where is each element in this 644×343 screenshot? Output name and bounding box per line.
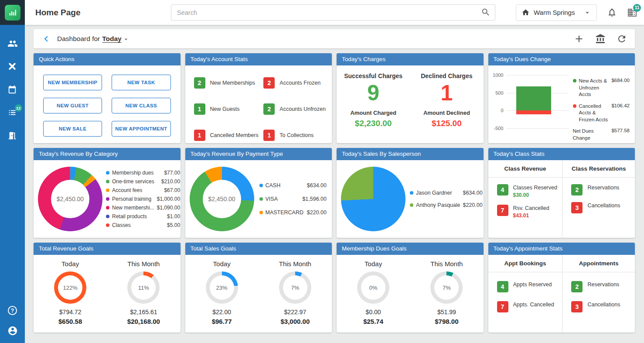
legend-item: New Accts & Unfrozen Accts $684.00 bbox=[573, 78, 630, 98]
search-icon[interactable] bbox=[481, 7, 491, 19]
category-legend: Membership dues$77.00 One-time services$… bbox=[102, 170, 180, 228]
app-logo[interactable] bbox=[0, 0, 25, 25]
stat-label: New Memberships bbox=[210, 80, 256, 86]
progress-percent: 7% bbox=[283, 275, 307, 300]
revenue-payment-body: $2,450.00 CASH$634.00 VISA$1,596.00 MAST… bbox=[185, 160, 332, 238]
stat-label: Cancellations bbox=[587, 301, 620, 308]
sidebar-item-facility[interactable] bbox=[7, 131, 18, 141]
help-icon[interactable]: ? bbox=[8, 306, 17, 315]
card-sales-goals: Total Sales Goals Today 23% $22.00 $96.7… bbox=[185, 243, 332, 333]
count-badge: 3 bbox=[571, 202, 583, 213]
new-sale-button[interactable]: NEW SALE bbox=[43, 121, 102, 137]
bank-button[interactable] bbox=[594, 33, 607, 45]
sidebar-nav: 12 bbox=[7, 38, 18, 141]
location-label: Warm Springs bbox=[534, 9, 579, 16]
progress-percent: 11% bbox=[131, 275, 156, 300]
stat-item: 3 Cancellations bbox=[562, 292, 635, 312]
legend-value: $220.00 bbox=[463, 202, 482, 208]
class-revenue-column: Class Revenue 4 Classes Reserved$30.00 7… bbox=[488, 160, 562, 238]
stat-amount: $43.01 bbox=[513, 213, 549, 219]
new-class-button[interactable]: NEW CLASS bbox=[112, 98, 170, 113]
sidebar-item-calendar[interactable] bbox=[7, 85, 18, 95]
goal-target: $3,000.00 bbox=[281, 318, 310, 325]
new-task-button[interactable]: NEW TASK bbox=[112, 75, 170, 90]
period-selector[interactable]: Today bbox=[102, 35, 122, 42]
count-badge: 3 bbox=[571, 301, 583, 312]
card-title: Quick Actions bbox=[34, 53, 181, 65]
new-membership-button[interactable]: NEW MEMBERSHIP bbox=[43, 75, 102, 90]
refresh-button[interactable] bbox=[616, 33, 628, 45]
progress-percent: 23% bbox=[210, 275, 234, 300]
organization-button[interactable]: 11 bbox=[627, 7, 638, 18]
legend-dot bbox=[259, 211, 263, 214]
goal-actual: $794.72 bbox=[59, 309, 82, 316]
back-button[interactable] bbox=[41, 33, 52, 45]
y-tick: 0 bbox=[501, 108, 503, 113]
sidebar-item-members[interactable] bbox=[7, 38, 18, 49]
legend-dot bbox=[410, 191, 413, 195]
goal-actual: $0.00 bbox=[366, 309, 381, 316]
notifications-button[interactable] bbox=[606, 7, 617, 18]
salesperson-pie-chart bbox=[341, 167, 405, 231]
sidebar-item-tasks[interactable]: 12 bbox=[7, 108, 18, 118]
stat-label: Cancellations bbox=[587, 202, 620, 209]
amount-label: Amount Declined bbox=[410, 110, 483, 116]
card-account-stats: Today's Account Stats 2 New Memberships … bbox=[185, 53, 332, 143]
new-guest-button[interactable]: NEW GUEST bbox=[43, 98, 102, 113]
y-tick: -500 bbox=[494, 126, 503, 131]
charges-body: Successful Charges 9 Amount Charged $2,2… bbox=[337, 65, 484, 143]
legend-item: Account fees$67.00 bbox=[106, 187, 180, 193]
column-header: Appointments bbox=[562, 255, 635, 272]
location-selector[interactable]: Warm Springs bbox=[516, 4, 597, 21]
legend-label: Retail products bbox=[112, 213, 147, 220]
stat-label: Rsv. Cancelled bbox=[513, 205, 549, 211]
legend-label: Membership dues bbox=[112, 170, 153, 176]
card-title: Today's Class Stats bbox=[488, 148, 635, 160]
count-badge: 1 bbox=[194, 130, 205, 141]
caret-down-icon[interactable] bbox=[123, 36, 129, 43]
gridline bbox=[507, 75, 569, 75]
stat-label: Appts. Cancelled bbox=[513, 301, 555, 308]
progress-ring: 7% bbox=[279, 271, 311, 304]
goal-today: Today 122% $794.72 $650.58 bbox=[34, 260, 107, 333]
account-icon[interactable] bbox=[7, 326, 18, 336]
y-tick: 1000 bbox=[493, 72, 503, 78]
calendar-icon bbox=[7, 85, 17, 94]
quick-actions-grid: NEW MEMBERSHIP NEW TASK NEW GUEST NEW CL… bbox=[34, 65, 181, 143]
add-widget-button[interactable] bbox=[573, 33, 585, 45]
legend-label: Personal training bbox=[112, 196, 151, 202]
goal-this-month: This Month 11% $2,165.61 $20,168.00 bbox=[107, 260, 180, 333]
card-title: Today's Revenue By Category bbox=[34, 148, 181, 160]
progress-ring: 11% bbox=[127, 271, 160, 304]
card-appointment-stats: Today's Appointment Stats Appt Bookings … bbox=[488, 243, 635, 333]
dashboard-actions bbox=[573, 33, 628, 45]
new-appointment-button[interactable]: NEW APPOINTMENT bbox=[112, 121, 170, 137]
gridline bbox=[507, 128, 569, 129]
legend-item: Anthony Pasquale$220.00 bbox=[410, 202, 483, 208]
legend-value: $106.42 bbox=[611, 103, 630, 123]
sidebar-item-activity[interactable] bbox=[7, 62, 18, 72]
charge-label: Successful Charges bbox=[337, 72, 410, 79]
progress-percent: 7% bbox=[434, 275, 459, 300]
crossed-arrows-icon bbox=[7, 62, 17, 71]
goal-target: $96.77 bbox=[212, 318, 232, 325]
legend-value: $684.00 bbox=[611, 78, 630, 98]
card-revenue-by-category: Today's Revenue By Category $2,450.00 Me… bbox=[34, 148, 181, 238]
search-input[interactable] bbox=[171, 4, 495, 21]
amount-label: Amount Charged bbox=[337, 110, 410, 116]
stat-item: 4 Appts Reserved bbox=[488, 272, 562, 292]
legend-item: VISA$1,596.00 bbox=[259, 196, 327, 202]
legend-dot bbox=[106, 215, 109, 218]
progress-ring: 23% bbox=[206, 271, 238, 304]
dashboard-label: Dashboard for bbox=[57, 35, 100, 42]
donut-center-label: $2,450.00 bbox=[51, 180, 89, 218]
stat-label: Cancelled Members bbox=[210, 132, 259, 138]
page-title: Home Page bbox=[35, 8, 80, 17]
card-title: Today's Dues Change bbox=[488, 53, 635, 65]
stat-label: New Guests bbox=[210, 106, 240, 112]
card-dues-goals: Membership Dues Goals Today 0% $0.00 $25… bbox=[337, 243, 484, 333]
legend-value: $1,596.00 bbox=[302, 196, 327, 202]
home-icon bbox=[521, 8, 530, 17]
stat-item: 7 Appts. Cancelled bbox=[488, 292, 562, 312]
goal-header: Today bbox=[213, 260, 231, 268]
